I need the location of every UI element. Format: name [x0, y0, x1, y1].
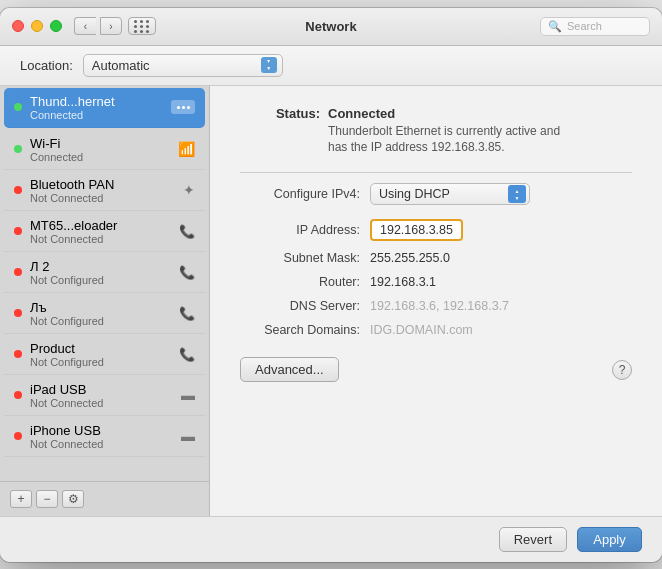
- search-placeholder[interactable]: Search: [567, 20, 602, 32]
- ip-address-label: IP Address:: [240, 223, 370, 237]
- status-info: Connected Thunderbolt Ethernet is curren…: [328, 106, 560, 157]
- revert-button[interactable]: Revert: [499, 527, 567, 552]
- sidebar-item-product[interactable]: Product Not Configured 📞: [4, 335, 205, 375]
- sidebar-item-l[interactable]: Лъ Not Configured 📞: [4, 294, 205, 334]
- network-name: iPad USB: [30, 382, 173, 397]
- status-dot: [14, 186, 22, 194]
- sidebar-bottom: + − ⚙: [0, 481, 209, 516]
- sidebar-item-iphone[interactable]: iPhone USB Not Connected ▬: [4, 417, 205, 457]
- search-box[interactable]: 🔍 Search: [540, 17, 650, 36]
- status-dot: [14, 391, 22, 399]
- location-select[interactable]: Automatic: [83, 54, 283, 77]
- search-domains-label: Search Domains:: [240, 323, 370, 337]
- settings-button[interactable]: ⚙: [62, 490, 84, 508]
- sidebar-item-l2[interactable]: Л 2 Not Configured 📞: [4, 253, 205, 293]
- network-status: Not Configured: [30, 274, 171, 286]
- network-info: Product Not Configured: [30, 341, 171, 368]
- network-name: Bluetooth PAN: [30, 177, 175, 192]
- status-row: Status: Connected Thunderbolt Ethernet i…: [240, 106, 632, 157]
- divider: [240, 172, 632, 173]
- sidebar: Thund...hernet Connected Wi-Fi Connected…: [0, 86, 210, 516]
- bottom-bar: Revert Apply: [0, 516, 662, 562]
- app-picker-button[interactable]: [128, 17, 156, 35]
- network-status: Not Connected: [30, 397, 173, 409]
- status-value: Connected: [328, 106, 560, 121]
- network-name: Thund...hernet: [30, 94, 163, 109]
- status-dot-connected: [14, 103, 22, 111]
- sidebar-item-mt65[interactable]: MT65...eloader Not Connected 📞: [4, 212, 205, 252]
- bluetooth-icon: ✦: [183, 182, 195, 198]
- network-name: Wi-Fi: [30, 136, 170, 151]
- sidebar-item-thunderbolt[interactable]: Thund...hernet Connected: [4, 88, 205, 128]
- network-status: Not Configured: [30, 356, 171, 368]
- search-icon: 🔍: [548, 20, 562, 33]
- phone-icon: 📞: [179, 347, 195, 362]
- toolbar: Location: Automatic: [0, 46, 662, 86]
- network-status: Not Connected: [30, 192, 175, 204]
- sidebar-item-ipad[interactable]: iPad USB Not Connected ▬: [4, 376, 205, 416]
- network-name: Product: [30, 341, 171, 356]
- dots-grid-icon: [134, 20, 150, 33]
- status-description: Thunderbolt Ethernet is currently active…: [328, 123, 560, 157]
- traffic-lights: [12, 20, 62, 32]
- status-dot: [14, 268, 22, 276]
- apply-button[interactable]: Apply: [577, 527, 642, 552]
- phone-icon: 📞: [179, 265, 195, 280]
- minimize-button[interactable]: [31, 20, 43, 32]
- network-name: iPhone USB: [30, 423, 173, 438]
- location-label: Location:: [20, 58, 73, 73]
- ipad-icon: ▬: [181, 387, 195, 403]
- configure-select[interactable]: Using DHCP: [370, 183, 530, 205]
- search-domains-value: IDG.DOMAIN.com: [370, 323, 473, 337]
- remove-network-button[interactable]: −: [36, 490, 58, 508]
- maximize-button[interactable]: [50, 20, 62, 32]
- configure-row: Configure IPv4: Using DHCP: [240, 183, 632, 205]
- phone-icon: 📞: [179, 306, 195, 321]
- network-options-button[interactable]: [171, 100, 195, 114]
- status-label: Status:: [240, 106, 320, 121]
- close-button[interactable]: [12, 20, 24, 32]
- network-info: Bluetooth PAN Not Connected: [30, 177, 175, 204]
- nav-buttons: ‹ ›: [74, 17, 122, 35]
- network-info: Wi-Fi Connected: [30, 136, 170, 163]
- subnet-row: Subnet Mask: 255.255.255.0: [240, 251, 632, 265]
- status-dot: [14, 350, 22, 358]
- configure-select-wrapper: Using DHCP: [370, 183, 530, 205]
- network-info: Л 2 Not Configured: [30, 259, 171, 286]
- status-dot: [14, 309, 22, 317]
- subnet-value: 255.255.255.0: [370, 251, 450, 265]
- network-info: iPhone USB Not Connected: [30, 423, 173, 450]
- add-network-button[interactable]: +: [10, 490, 32, 508]
- router-row: Router: 192.168.3.1: [240, 275, 632, 289]
- iphone-icon: ▬: [181, 428, 195, 444]
- ip-address-value: 192.168.3.85: [370, 219, 463, 241]
- dns-row: DNS Server: 192.168.3.6, 192.168.3.7: [240, 299, 632, 313]
- main-panel: Status: Connected Thunderbolt Ethernet i…: [210, 86, 662, 516]
- dns-value: 192.168.3.6, 192.168.3.7: [370, 299, 509, 313]
- subnet-label: Subnet Mask:: [240, 251, 370, 265]
- back-button[interactable]: ‹: [74, 17, 96, 35]
- network-status: Not Connected: [30, 233, 171, 245]
- content-area: Thund...hernet Connected Wi-Fi Connected…: [0, 86, 662, 516]
- network-status: Connected: [30, 151, 170, 163]
- network-info: Лъ Not Configured: [30, 300, 171, 327]
- sidebar-item-wifi[interactable]: Wi-Fi Connected 📶: [4, 130, 205, 170]
- forward-button[interactable]: ›: [100, 17, 122, 35]
- network-status: Not Connected: [30, 438, 173, 450]
- network-list: Thund...hernet Connected Wi-Fi Connected…: [0, 86, 209, 481]
- network-info: Thund...hernet Connected: [30, 94, 163, 121]
- status-dot: [14, 145, 22, 153]
- wifi-icon: 📶: [178, 141, 195, 157]
- network-name: Лъ: [30, 300, 171, 315]
- status-dot: [14, 432, 22, 440]
- advanced-button[interactable]: Advanced...: [240, 357, 339, 382]
- help-button[interactable]: ?: [612, 360, 632, 380]
- search-domains-row: Search Domains: IDG.DOMAIN.com: [240, 323, 632, 337]
- sidebar-item-bluetooth[interactable]: Bluetooth PAN Not Connected ✦: [4, 171, 205, 211]
- network-status: Not Configured: [30, 315, 171, 327]
- network-info: iPad USB Not Connected: [30, 382, 173, 409]
- network-window: ‹ › Network 🔍 Search Location: Automatic: [0, 8, 662, 562]
- titlebar: ‹ › Network 🔍 Search: [0, 8, 662, 46]
- window-title: Network: [305, 19, 356, 34]
- dns-label: DNS Server:: [240, 299, 370, 313]
